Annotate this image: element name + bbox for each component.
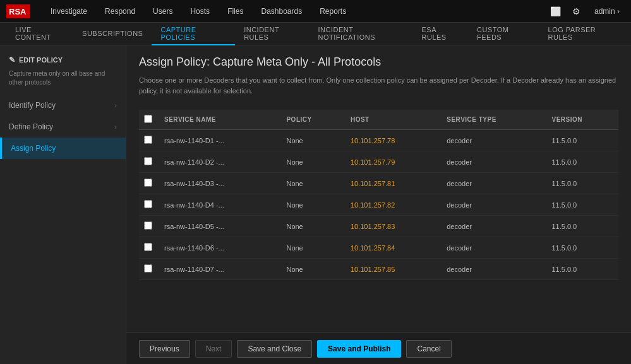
- nav-dashboards[interactable]: Dashboards: [252, 0, 311, 23]
- table-row: rsa-nw-1140-D5 -... None 10.101.257.83 d…: [139, 216, 618, 237]
- subnav-incident-rules[interactable]: Incident Rules: [235, 23, 309, 45]
- main-layout: ✎ Edit Policy Capture meta only on all b…: [0, 45, 631, 364]
- cell-service-name: rsa-nw-1140-D6 -...: [158, 237, 280, 259]
- save-close-button[interactable]: Save and Close: [237, 340, 312, 358]
- row-checkbox-0[interactable]: [144, 136, 152, 144]
- footer-bar: Previous Next Save and Close Save and Pu…: [126, 332, 631, 364]
- cell-policy: None: [280, 173, 344, 194]
- cell-service-name: rsa-nw-1140-D5 -...: [158, 216, 280, 237]
- save-publish-button[interactable]: Save and Publish: [317, 340, 401, 358]
- cell-version: 11.5.0.0: [545, 151, 618, 173]
- row-checkbox-cell[interactable]: [139, 173, 158, 194]
- cell-service-type: decoder: [440, 130, 545, 151]
- sidebar-item-define-policy[interactable]: Define Policy ›: [0, 116, 126, 138]
- cell-host: 10.101.257.83: [344, 216, 440, 237]
- cell-policy: None: [280, 151, 344, 173]
- decoders-table: Service Name Policy Host Service Type Ve…: [139, 110, 618, 280]
- row-checkbox-cell[interactable]: [139, 194, 158, 216]
- col-service-name: Service Name: [158, 110, 280, 130]
- subnav-log-parser-rules[interactable]: Log Parser Rules: [539, 23, 625, 45]
- chevron-right-icon: ›: [114, 123, 117, 131]
- row-checkbox-cell[interactable]: [139, 216, 158, 237]
- subnav-custom-feeds[interactable]: Custom Feeds: [468, 23, 539, 45]
- nav-users[interactable]: Users: [144, 0, 181, 23]
- cell-service-type: decoder: [440, 259, 545, 280]
- policy-description: Capture meta only on all base and other …: [0, 69, 126, 95]
- sidebar-identify-label: Identify Policy: [9, 101, 56, 110]
- content-area: Assign Policy: Capture Meta Only - All P…: [126, 45, 631, 364]
- sidebar-item-assign-policy[interactable]: Assign Policy: [0, 138, 126, 159]
- cell-service-name: rsa-nw-1140-D3 -...: [158, 173, 280, 194]
- cell-service-type: decoder: [440, 173, 545, 194]
- subnav-live-content[interactable]: Live Content: [6, 23, 73, 45]
- row-checkbox-2[interactable]: [144, 179, 152, 187]
- cell-version: 11.5.0.0: [545, 173, 618, 194]
- previous-button[interactable]: Previous: [139, 340, 190, 358]
- cell-service-name: rsa-nw-1140-D7 -...: [158, 259, 280, 280]
- col-checkbox: [139, 110, 158, 130]
- col-host: Host: [344, 110, 440, 130]
- subnav-capture-policies[interactable]: Capture Policies: [152, 23, 235, 45]
- cell-host: 10.101.257.78: [344, 130, 440, 151]
- cell-version: 11.5.0.0: [545, 216, 618, 237]
- settings-icon[interactable]: ⚙: [570, 4, 583, 19]
- sidebar: ✎ Edit Policy Capture meta only on all b…: [0, 45, 126, 364]
- edit-policy-label: Edit Policy: [19, 56, 63, 64]
- row-checkbox-5[interactable]: [144, 243, 152, 251]
- subnav-incident-notifications[interactable]: Incident Notifications: [309, 23, 413, 45]
- table-header: Service Name Policy Host Service Type Ve…: [139, 110, 618, 130]
- cell-host: 10.101.257.81: [344, 173, 440, 194]
- table-row: rsa-nw-1140-D2 -... None 10.101.257.79 d…: [139, 151, 618, 173]
- cell-policy: None: [280, 237, 344, 259]
- row-checkbox-cell[interactable]: [139, 259, 158, 280]
- cell-host: 10.101.257.84: [344, 237, 440, 259]
- row-checkbox-4[interactable]: [144, 221, 152, 230]
- col-service-type: Service Type: [440, 110, 545, 130]
- next-button[interactable]: Next: [195, 340, 232, 358]
- monitor-icon[interactable]: ⬜: [548, 4, 563, 19]
- cell-service-type: decoder: [440, 194, 545, 216]
- nav-right: ⬜ ⚙ admin ›: [548, 4, 625, 19]
- subnav-esa-rules[interactable]: ESA Rules: [413, 23, 469, 45]
- nav-investigate[interactable]: Investigate: [42, 0, 96, 23]
- cell-policy: None: [280, 259, 344, 280]
- cancel-button[interactable]: Cancel: [406, 340, 451, 358]
- row-checkbox-cell[interactable]: [139, 130, 158, 151]
- edit-icon: ✎: [9, 56, 15, 64]
- table-row: rsa-nw-1140-D4 -... None 10.101.257.82 d…: [139, 194, 618, 216]
- row-checkbox-3[interactable]: [144, 200, 152, 208]
- cell-service-name: rsa-nw-1140-D2 -...: [158, 151, 280, 173]
- select-all-checkbox[interactable]: [144, 115, 152, 123]
- cell-version: 11.5.0.0: [545, 130, 618, 151]
- nav-files[interactable]: Files: [219, 0, 252, 23]
- cell-service-type: decoder: [440, 237, 545, 259]
- cell-policy: None: [280, 216, 344, 237]
- cell-host: 10.101.257.85: [344, 259, 440, 280]
- cell-version: 11.5.0.0: [545, 194, 618, 216]
- sidebar-define-label: Define Policy: [9, 122, 53, 131]
- table-row: rsa-nw-1140-D1 -... None 10.101.257.78 d…: [139, 130, 618, 151]
- cell-service-name: rsa-nw-1140-D1 -...: [158, 130, 280, 151]
- row-checkbox-6[interactable]: [144, 264, 152, 273]
- main-nav: Investigate Respond Users Hosts Files Da…: [42, 0, 548, 23]
- sidebar-item-identify-policy[interactable]: Identify Policy ›: [0, 95, 126, 116]
- row-checkbox-cell[interactable]: [139, 151, 158, 173]
- page-title: Assign Policy: Capture Meta Only - All P…: [139, 56, 618, 69]
- cell-version: 11.5.0.0: [545, 259, 618, 280]
- nav-reports[interactable]: Reports: [311, 0, 355, 23]
- content-header: Assign Policy: Capture Meta Only - All P…: [126, 45, 631, 110]
- top-nav: RSA Investigate Respond Users Hosts File…: [0, 0, 631, 23]
- admin-menu[interactable]: admin ›: [589, 4, 625, 18]
- edit-policy-header: ✎ Edit Policy: [0, 53, 126, 69]
- nav-respond[interactable]: Respond: [96, 0, 144, 23]
- cell-version: 11.5.0.0: [545, 237, 618, 259]
- svg-text:RSA: RSA: [9, 7, 27, 16]
- row-checkbox-cell[interactable]: [139, 237, 158, 259]
- col-version: Version: [545, 110, 618, 130]
- nav-hosts[interactable]: Hosts: [181, 0, 219, 23]
- table-body: rsa-nw-1140-D1 -... None 10.101.257.78 d…: [139, 130, 618, 280]
- row-checkbox-1[interactable]: [144, 157, 152, 165]
- sidebar-assign-label: Assign Policy: [11, 144, 56, 153]
- cell-policy: None: [280, 130, 344, 151]
- subnav-subscriptions[interactable]: Subscriptions: [73, 23, 152, 45]
